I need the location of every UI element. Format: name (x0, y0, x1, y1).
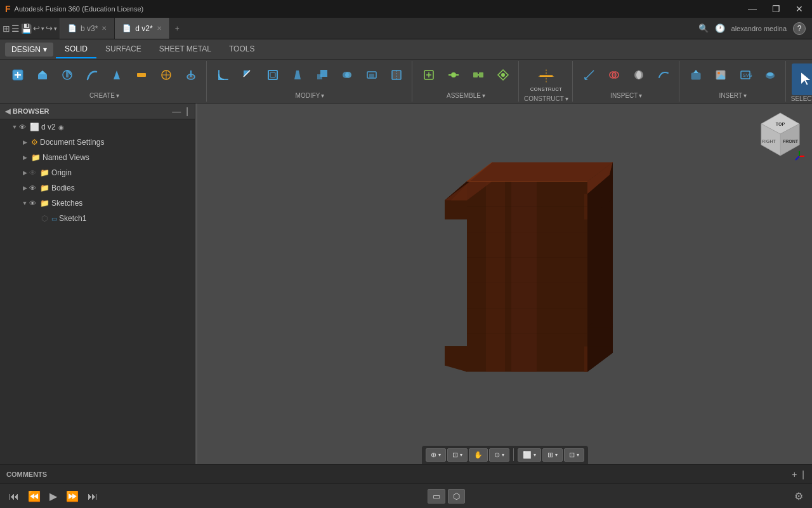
mesh-mode-btn[interactable]: ⬡ (448, 489, 465, 504)
sketch-mode-btn[interactable]: ▭ (428, 489, 445, 504)
fillet-button[interactable] (212, 64, 235, 86)
nav-next-btn[interactable]: ⏩ (63, 489, 81, 504)
nav-last-btn[interactable]: ⏭ (85, 490, 100, 504)
pan-button[interactable]: ✋ (469, 448, 488, 462)
combine-button[interactable] (336, 64, 358, 86)
help-button[interactable]: ? (793, 22, 806, 35)
create-label[interactable]: CREATE ▾ (89, 92, 119, 99)
tab-add-button[interactable]: + (170, 18, 185, 39)
maximize-button[interactable]: ❐ (768, 3, 784, 15)
tree-item-doc-settings[interactable]: ▶ ⚙ Document Settings (0, 135, 195, 150)
assemble-label[interactable]: ASSEMBLE ▾ (447, 92, 485, 99)
minimize-button[interactable]: — (744, 3, 761, 15)
hole-button[interactable] (180, 64, 202, 86)
revolve-button[interactable] (56, 64, 79, 86)
save-button[interactable]: 💾 (21, 23, 32, 34)
insert-canvas-button[interactable] (709, 64, 732, 86)
chamfer-button[interactable] (237, 64, 259, 86)
redo-arrow[interactable]: ▾ (54, 25, 57, 32)
look-at-button[interactable]: ⊡ ▾ (447, 448, 468, 462)
web-button[interactable] (155, 64, 178, 86)
visibility-dot[interactable]: ◉ (58, 124, 64, 131)
drive-joints-button[interactable] (492, 64, 514, 86)
rigid-group-button[interactable] (467, 64, 490, 86)
insert-label[interactable]: INSERT ▾ (719, 92, 747, 99)
close-button[interactable]: ✕ (792, 3, 807, 15)
svg-text:SVG: SVG (743, 73, 752, 77)
insert-mesh-button[interactable] (684, 64, 707, 86)
tab-d-v2[interactable]: 📄 d v2* ✕ (115, 18, 169, 39)
tree-item-named-views[interactable]: ▶ 📁 Named Views (0, 150, 195, 165)
comments-collapse-btn[interactable]: | (801, 469, 806, 479)
modify-label[interactable]: MODIFY ▾ (296, 92, 325, 99)
loft-button[interactable] (105, 64, 128, 86)
joint-button[interactable] (442, 64, 465, 86)
comments-controls: + | (790, 469, 806, 479)
tree-item-sketch1[interactable]: ▶ ⬡ ▭ Sketch1 (0, 211, 195, 226)
display-mode-button[interactable]: ⬜ ▾ (518, 448, 541, 462)
nav-first-btn[interactable]: ⏮ (6, 490, 22, 504)
notifications-button[interactable]: 🕐 (715, 23, 725, 33)
look-at-icon: ⊡ (452, 451, 458, 459)
tree-item-origin[interactable]: ▶ 👁 📁 Origin (0, 165, 195, 180)
nav-play-btn[interactable]: ▶ (47, 489, 60, 504)
vp-divider1 (513, 448, 514, 461)
browser-minus-btn[interactable]: — (171, 106, 182, 116)
shell-button[interactable] (261, 64, 284, 86)
tree-item-bodies[interactable]: ▶ 👁 📁 Bodies (0, 180, 195, 196)
tab-b-v3-close[interactable]: ✕ (102, 25, 107, 32)
browser-collapse-btn[interactable]: ◀ (5, 107, 10, 116)
nav-prev-btn[interactable]: ⏪ (25, 489, 43, 504)
offset-face-button[interactable] (360, 64, 383, 86)
select-label[interactable]: SELECT ▾ (791, 95, 812, 102)
tab-sheetmetal[interactable]: SHEET METAL (150, 41, 220, 58)
construct-main-button[interactable]: CONSTRUCT (532, 64, 560, 95)
browser-pin-btn[interactable]: | (185, 106, 190, 116)
menu-button[interactable]: ☰ (11, 23, 20, 34)
fit-button[interactable]: ⊙ ▾ (489, 448, 509, 462)
new-component-assemble-button[interactable] (417, 64, 440, 86)
redo-button[interactable]: ↪ (46, 23, 53, 33)
orbit-button[interactable]: ⊕ ▾ (426, 448, 446, 462)
select-button[interactable] (792, 64, 812, 95)
tree-label-origin: Origin (51, 168, 72, 177)
tab-d-v2-close[interactable]: ✕ (157, 25, 162, 32)
viewcube[interactable]: TOP FRONT RIGHT (755, 110, 806, 161)
settings-btn[interactable]: ⚙ (792, 489, 806, 504)
viewport[interactable]: TOP FRONT RIGHT ⊕ ▾ ⊡ ▾ ✋ ⊙ (197, 104, 812, 464)
eye-origin[interactable]: 👁 (29, 169, 36, 177)
curvature-button[interactable] (652, 64, 675, 86)
view-settings-button[interactable]: ⊡ ▾ (564, 448, 584, 462)
grid-button[interactable]: ⊞ ▾ (542, 448, 563, 462)
tab-b-v3[interactable]: 📄 b v3* ✕ (60, 18, 115, 39)
search-button[interactable]: 🔍 (698, 23, 709, 33)
decal-button[interactable] (759, 64, 782, 86)
interference-button[interactable] (603, 64, 625, 86)
rib-button[interactable] (130, 64, 153, 86)
sweep-button[interactable] (81, 64, 103, 86)
scale-button[interactable] (311, 64, 334, 86)
insert-svg-button[interactable]: SVG (734, 64, 757, 86)
replace-face-button[interactable] (385, 64, 408, 86)
tab-surface[interactable]: SURFACE (96, 41, 150, 58)
undo-arrow[interactable]: ▾ (41, 25, 44, 32)
eye-bodies[interactable]: 👁 (29, 184, 36, 192)
comments-add-btn[interactable]: + (790, 469, 798, 479)
design-mode-button[interactable]: DESIGN ▾ (5, 43, 53, 57)
tree-item-sketches[interactable]: ▼ 👁 📁 Sketches (0, 196, 195, 211)
draft-button[interactable] (286, 64, 309, 86)
apps-button[interactable]: ⊞ (3, 23, 10, 34)
svg-rect-16 (270, 72, 275, 77)
undo-button[interactable]: ↩ (33, 23, 40, 33)
tab-solid[interactable]: SOLID (56, 41, 96, 58)
tab-tools[interactable]: TOOLS (220, 41, 263, 58)
eye-root[interactable]: 👁 (19, 123, 26, 131)
extrude-button[interactable] (31, 64, 54, 86)
tree-item-root[interactable]: ▼ 👁 ⬜ d v2 ◉ (0, 119, 195, 135)
new-component-button[interactable] (6, 64, 29, 86)
zebra-button[interactable] (627, 64, 650, 86)
eye-sketches[interactable]: 👁 (29, 199, 36, 207)
construct-group-label[interactable]: CONSTRUCT ▾ (524, 95, 568, 102)
inspect-label[interactable]: INSPECT ▾ (610, 92, 642, 99)
measure-button[interactable] (578, 64, 601, 86)
